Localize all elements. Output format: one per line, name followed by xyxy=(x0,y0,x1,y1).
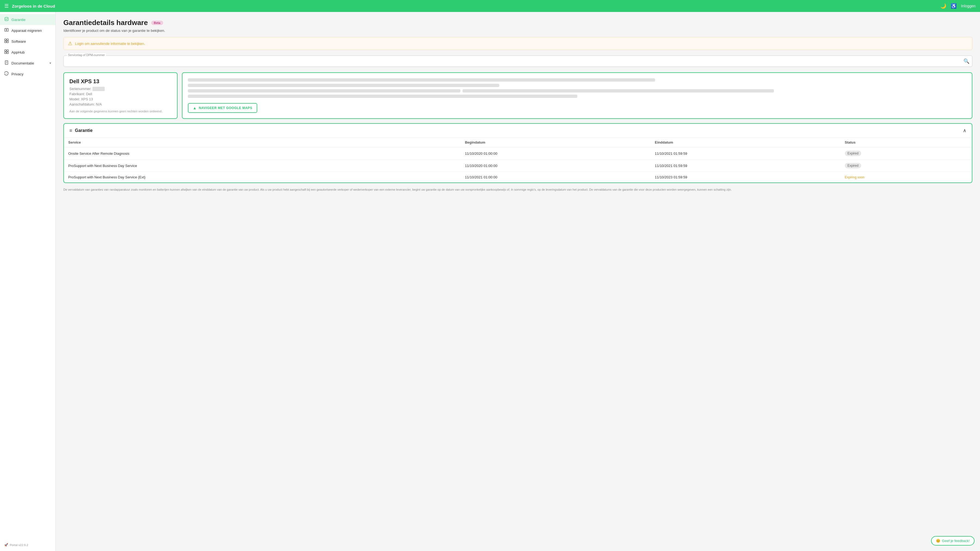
blurred-line-5 xyxy=(188,95,577,98)
garantie-icon xyxy=(4,17,9,22)
cards-row: Dell XPS 13 Serienummer: ●●●● Fabrikant:… xyxy=(64,72,972,119)
table-row: ProSupport with Next Business Day Servic… xyxy=(64,160,972,172)
guarantee-table: Service Begindatum Einddatum Status Onsi… xyxy=(64,138,972,183)
google-maps-button[interactable]: ▲ NAVIGEER MET GOOGLE MAPS xyxy=(188,103,257,113)
table-row: ProSupport with Next Business Day Servic… xyxy=(64,172,972,183)
software-icon xyxy=(4,38,9,44)
blurred-line-3 xyxy=(188,89,460,92)
cell-start: 11/10/2021 01:00:00 xyxy=(461,172,651,183)
search-input[interactable] xyxy=(64,56,972,67)
svg-rect-8 xyxy=(7,50,8,51)
guarantee-table-head: Service Begindatum Einddatum Status xyxy=(64,138,972,147)
feedback-icon: 😊 xyxy=(936,539,940,543)
sidebar-item-garantie[interactable]: Garantie xyxy=(0,14,56,25)
documentatie-icon xyxy=(4,61,9,66)
sidebar-item-privacy[interactable]: i Privacy xyxy=(0,68,56,80)
guarantee-header[interactable]: ≡ Garantie ∧ xyxy=(64,124,972,138)
sidebar-item-software[interactable]: Software xyxy=(0,36,56,47)
guarantee-title: Garantie xyxy=(75,128,93,133)
svg-rect-1 xyxy=(5,29,8,31)
sidebar-item-apparaat-migreren[interactable]: Apparaat migreren xyxy=(0,25,56,36)
status-badge: Expired xyxy=(845,163,861,168)
device-name: Dell XPS 13 xyxy=(69,78,172,84)
device-manufacturer: Fabrikant: Dell xyxy=(69,92,172,96)
page-title: Garantiedetails hardware xyxy=(64,19,148,27)
footer-disclaimer: De vervaldatum van garanties van randapp… xyxy=(64,187,972,192)
col-status: Status xyxy=(840,138,972,147)
login-button[interactable]: Inloggen xyxy=(961,4,976,8)
cell-end: 11/10/2021 01:59:59 xyxy=(651,160,840,172)
sidebar-item-label: AppHub xyxy=(11,50,25,54)
page-subtitle: Identificeer je product om de status van… xyxy=(64,29,972,33)
topnav-actions: 🌙 ♿ Inloggen xyxy=(940,3,976,9)
status-badge: Expiring soon xyxy=(845,175,865,179)
svg-rect-3 xyxy=(5,39,6,40)
apphub-icon xyxy=(4,49,9,55)
cell-service: Onsite Service After Remote Diagnosis xyxy=(64,147,461,160)
cell-service: ProSupport with Next Business Day Servic… xyxy=(64,160,461,172)
device-purchase: Aanschafdatum: N/A xyxy=(69,102,172,106)
sidebar: Garantie Apparaat migreren Software AppH… xyxy=(0,12,56,551)
search-label: Servicetag of DPM-nummer xyxy=(67,53,106,57)
cell-service: ProSupport with Next Business Day Servic… xyxy=(64,172,461,183)
beta-badge: Beta xyxy=(151,21,163,25)
cell-start: 11/10/2020 01:00:00 xyxy=(461,160,651,172)
cell-status: Expired xyxy=(840,147,972,160)
cell-end: 11/10/2023 01:59:59 xyxy=(651,172,840,183)
col-begindatum: Begindatum xyxy=(461,138,651,147)
device-disclaimer: Aan de volgende gegevens kunnen geen rec… xyxy=(69,110,172,113)
layout: Garantie Apparaat migreren Software AppH… xyxy=(0,12,980,551)
sidebar-item-label: Privacy xyxy=(11,72,23,76)
location-card: ▲ NAVIGEER MET GOOGLE MAPS xyxy=(182,72,972,119)
svg-point-2 xyxy=(6,29,7,30)
feedback-button[interactable]: 😊 Geef je feedback! xyxy=(931,536,975,546)
sidebar-item-label: Garantie xyxy=(11,18,25,22)
menu-icon[interactable]: ☰ xyxy=(4,3,9,9)
sidebar-item-apphub[interactable]: AppHub xyxy=(0,47,56,58)
guarantee-section: ≡ Garantie ∧ Service Begindatum Einddatu… xyxy=(64,123,972,183)
col-einddatum: Einddatum xyxy=(651,138,840,147)
blurred-line-4 xyxy=(463,89,774,92)
cell-status: Expiring soon xyxy=(840,172,972,183)
collapse-icon[interactable]: ∧ xyxy=(963,127,966,134)
cell-status: Expired xyxy=(840,160,972,172)
search-button[interactable]: 🔍 xyxy=(963,58,969,64)
warning-banner: ⚠ Login om aanvullende informatie te bek… xyxy=(64,37,972,50)
list-icon: ≡ xyxy=(69,128,72,134)
device-card: Dell XPS 13 Serienummer: ●●●● Fabrikant:… xyxy=(64,72,178,119)
serial-blurred: ●●●● xyxy=(92,87,105,91)
sidebar-item-label: Documentatie xyxy=(11,61,34,65)
search-container: Servicetag of DPM-nummer 🔍 xyxy=(64,56,972,67)
maps-triangle-icon: ▲ xyxy=(193,106,197,110)
location-blurred-lines xyxy=(188,78,966,98)
svg-rect-10 xyxy=(7,52,8,54)
guarantee-header-left: ≡ Garantie xyxy=(69,128,92,134)
svg-rect-9 xyxy=(5,52,6,54)
col-service: Service xyxy=(64,138,461,147)
svg-rect-6 xyxy=(7,41,8,43)
blurred-line-2 xyxy=(188,84,499,87)
cell-start: 11/10/2020 01:00:00 xyxy=(461,147,651,160)
status-badge: Expired xyxy=(845,151,861,156)
device-serial: Serienummer: ●●●● xyxy=(69,87,172,91)
topnav: ☰ Zorgeloos in de Cloud 🌙 ♿ Inloggen xyxy=(0,0,980,12)
guarantee-table-body: Onsite Service After Remote Diagnosis 11… xyxy=(64,147,972,183)
portal-version: 🚀 Portal v22.6.2 xyxy=(0,541,56,549)
apparaat-icon xyxy=(4,28,9,33)
accessibility-icon[interactable]: ♿ xyxy=(951,3,957,9)
svg-rect-5 xyxy=(5,41,6,43)
app-title: Zorgeloos in de Cloud xyxy=(12,4,940,8)
cell-end: 11/10/2021 01:59:59 xyxy=(651,147,840,160)
blurred-line-1 xyxy=(188,78,655,81)
svg-rect-7 xyxy=(5,50,6,51)
login-warning-link[interactable]: Login om aanvullende informatie te bekij… xyxy=(75,41,145,46)
sidebar-item-label: Software xyxy=(11,40,26,43)
dark-mode-icon[interactable]: 🌙 xyxy=(940,3,946,9)
rocket-icon: 🚀 xyxy=(4,543,8,547)
warning-icon: ⚠ xyxy=(68,40,72,46)
svg-rect-4 xyxy=(7,39,8,40)
device-model: Model: XPS 13 xyxy=(69,97,172,101)
sidebar-item-documentatie[interactable]: Documentatie xyxy=(0,58,56,68)
sidebar-item-label: Apparaat migreren xyxy=(11,29,42,33)
main-content: Garantiedetails hardware Beta Identifice… xyxy=(56,12,980,551)
